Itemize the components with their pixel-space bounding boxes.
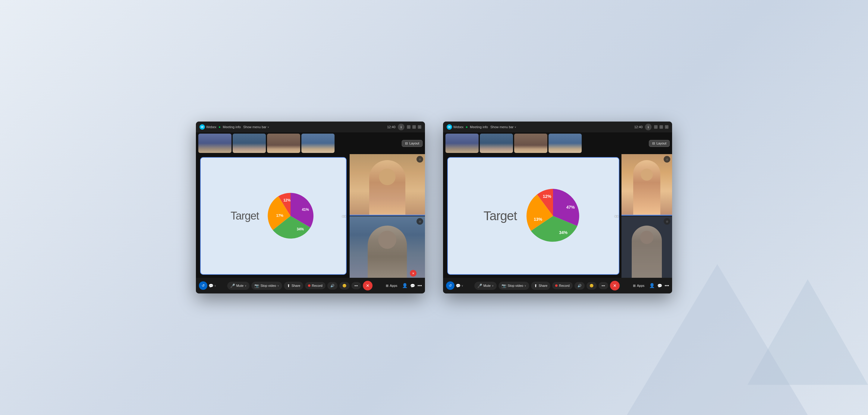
thumbnail-2-4[interactable]	[549, 134, 582, 153]
svg-text:13%: 13%	[534, 217, 542, 222]
time-display-1: 12:40	[387, 125, 396, 129]
emoji-btn-1[interactable]: 😊	[339, 282, 350, 290]
presentation-area-1: Target 41% 34% 17%	[200, 157, 347, 275]
more-icon-1: •••	[354, 284, 358, 288]
chat-btn-2[interactable]: 💬	[657, 284, 662, 288]
video-panels-1: ☆ ☆ ✕	[350, 154, 425, 278]
chat-btn-1[interactable]: 💬	[410, 284, 415, 288]
share-btn-1[interactable]: ⬆ Share	[284, 282, 303, 290]
meeting-info-btn-1[interactable]: Meeting info	[223, 125, 241, 129]
share-btn-2[interactable]: ⬆ Share	[531, 282, 550, 290]
participants-btn-1[interactable]: 👤	[402, 283, 408, 288]
apps-btn-1[interactable]: ⊞ Apps	[383, 283, 400, 289]
star-icon-bottom-2[interactable]: ☆	[664, 218, 670, 225]
resize-handle-2[interactable]: ↔	[614, 212, 620, 220]
svg-text:34%: 34%	[559, 230, 568, 235]
participants-btn-2[interactable]: 👤	[649, 283, 655, 288]
show-menu-btn-2[interactable]: Show menu bar ∨	[490, 125, 516, 129]
record-btn-2[interactable]: Record	[552, 282, 572, 289]
maximize-btn-1[interactable]: □	[412, 125, 416, 129]
target-label-2: Target	[484, 209, 517, 223]
maximize-btn-2[interactable]: □	[659, 125, 663, 129]
svg-text:17%: 17%	[276, 213, 283, 218]
more-options-btn-2[interactable]: •••	[664, 283, 669, 288]
sync-icon-1[interactable]: ↺	[199, 281, 207, 290]
chat-indicator-2[interactable]: 💬 ∨	[456, 284, 463, 288]
mute-btn-2[interactable]: 🎤 Mute ∨	[474, 282, 497, 290]
video-panel-bottom-1: ☆ ✕	[350, 216, 425, 278]
face-1-2	[233, 134, 266, 153]
layout-btn-1[interactable]: ⊟ Layout	[402, 140, 423, 147]
stop-video-btn-1[interactable]: 📷 Stop video ∨	[251, 282, 282, 290]
meeting-info-btn-2[interactable]: Meeting info	[470, 125, 488, 129]
thumbnail-1-2[interactable]	[233, 134, 266, 153]
record-btn-1[interactable]: Record	[305, 282, 325, 289]
svg-text:47%: 47%	[566, 205, 575, 210]
webex-logo-1: W Webex	[199, 124, 216, 130]
minimize-btn-2[interactable]: ─	[654, 125, 658, 129]
presentation-content-1: Target 41% 34% 17%	[224, 184, 322, 247]
apps-btn-2[interactable]: ⊞ Apps	[630, 283, 647, 289]
presentation-content-2: Target 47% 34% 13%	[477, 180, 589, 252]
mic-icon-2: 🎤	[477, 284, 482, 288]
more-options-btn-1[interactable]: •••	[417, 283, 422, 288]
noise-btn-2[interactable]: 🔊	[575, 282, 585, 290]
emoji-btn-2[interactable]: 😊	[587, 282, 597, 290]
star-icon-bottom-1[interactable]: ☆	[416, 218, 423, 225]
layout-btn-2[interactable]: ⊟ Layout	[649, 140, 670, 147]
webex-window-2: W Webex Meeting info Show menu bar ∨ 12:…	[443, 122, 672, 293]
noise-btn-1[interactable]: 🔊	[327, 282, 338, 290]
info-btn-1[interactable]: ℹ	[398, 124, 404, 130]
thumbnail-1-3[interactable]	[267, 134, 300, 153]
title-bar-right-1: 12:40 ℹ ─ □ ×	[387, 124, 421, 130]
svg-text:41%: 41%	[302, 208, 309, 212]
video-icon-1: 📷	[254, 284, 259, 288]
thumbnail-1-4[interactable]	[301, 134, 335, 153]
mic-icon-1: 🎤	[230, 284, 235, 288]
more-btn-2[interactable]: •••	[598, 282, 608, 289]
thumbnail-2-1[interactable]	[445, 134, 478, 153]
webex-window-1: W Webex Meeting info Show menu bar ∨ 12:…	[196, 122, 425, 293]
face-2-4	[549, 134, 582, 153]
thumbnail-2-2[interactable]	[480, 134, 513, 153]
ctrl-center-2: 🎤 Mute ∨ 📷 Stop video ∨ ⬆ Share Record	[465, 281, 629, 291]
resize-handle-1[interactable]: ↔	[341, 212, 347, 220]
svg-text:12%: 12%	[283, 198, 290, 202]
show-menu-btn-1[interactable]: Show menu bar ∨	[243, 125, 269, 129]
sync-icon-2[interactable]: ↺	[446, 281, 455, 290]
layout-icon-1: ⊟	[405, 142, 408, 145]
ctrl-left-2: ↺ 💬 ∨	[446, 281, 463, 290]
face-1-1	[198, 134, 231, 153]
stop-video-btn-2[interactable]: 📷 Stop video ∨	[498, 282, 529, 290]
mute-caret-2: ∨	[492, 285, 494, 287]
thumbnail-2-3[interactable]	[514, 134, 547, 153]
time-display-2: 12:40	[634, 125, 643, 129]
face-2-3	[514, 134, 547, 153]
chat-indicator-1[interactable]: 💬 ∨	[209, 284, 216, 288]
status-dot-1	[219, 126, 220, 128]
close-btn-1[interactable]: ×	[418, 125, 421, 129]
minimize-btn-1[interactable]: ─	[407, 125, 410, 129]
info-btn-2[interactable]: ℹ	[645, 124, 652, 130]
end-call-btn-2[interactable]: ✕	[610, 281, 620, 291]
webex-label-1: Webex	[206, 125, 216, 129]
mute-btn-1[interactable]: 🎤 Mute ∨	[227, 282, 250, 290]
star-icon-top-2[interactable]: ☆	[664, 156, 670, 162]
pie-chart-2: 47% 34% 13% 12%	[523, 186, 583, 246]
video-panel-top-2: ☆	[621, 154, 672, 216]
win-controls-1: ─ □ ×	[407, 125, 421, 129]
record-dot-icon-2	[555, 285, 558, 287]
star-icon-top-1[interactable]: ☆	[416, 156, 423, 162]
ctrl-right-1: ⊞ Apps 👤 💬 •••	[383, 283, 422, 289]
more-btn-1[interactable]: •••	[351, 282, 361, 289]
close-btn-2[interactable]: ×	[665, 125, 669, 129]
end-call-btn-1[interactable]: ✕	[363, 281, 373, 291]
presentation-area-2: Target 47% 34% 13%	[447, 157, 619, 275]
main-content-1: Target 41% 34% 17%	[196, 154, 425, 278]
layout-icon-2: ⊟	[652, 142, 655, 145]
thumbnail-1-1[interactable]	[198, 134, 231, 153]
apps-grid-icon-1: ⊞	[386, 284, 389, 288]
resize-arrow-icon-2: ↔	[614, 213, 620, 219]
thumbnails-row-1: ⊟ Layout	[196, 132, 425, 154]
ctrl-left-1: ↺ 💬 ∨	[199, 281, 216, 290]
